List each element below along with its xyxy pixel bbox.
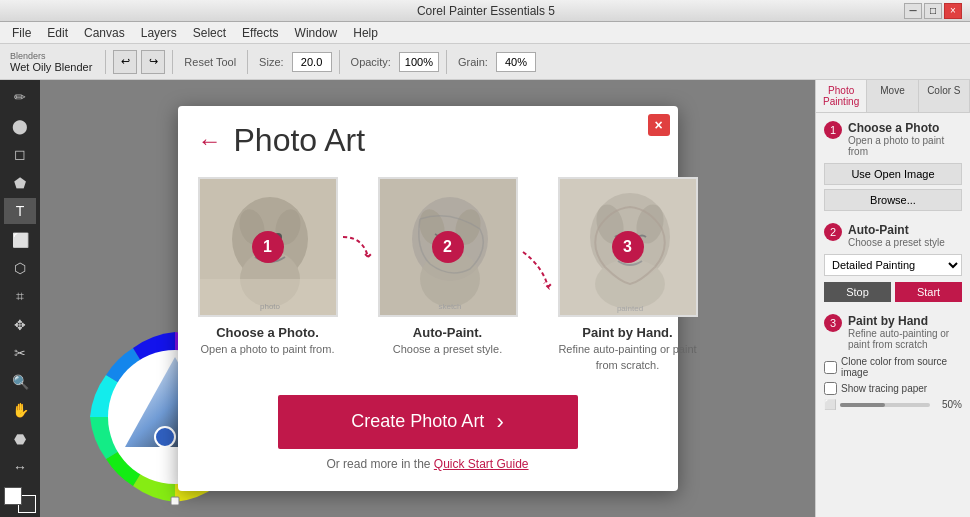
tracing-paper-checkbox[interactable] bbox=[824, 382, 837, 395]
step-2-desc: Choose a preset style. bbox=[378, 342, 518, 357]
tool-mirror[interactable]: ⬣ bbox=[4, 426, 36, 452]
toolbar-redo-button[interactable]: ↪ bbox=[141, 50, 165, 74]
tool-fill[interactable]: ⬤ bbox=[4, 112, 36, 138]
menu-effects[interactable]: Effects bbox=[234, 24, 286, 42]
panel-section-3: 3 Paint by Hand Refine auto-painting or … bbox=[824, 314, 962, 410]
menu-help[interactable]: Help bbox=[345, 24, 386, 42]
opacity-input[interactable] bbox=[399, 52, 439, 72]
panel-tabs: Photo Painting Move Color S bbox=[816, 80, 970, 113]
toolbar-separator-1 bbox=[105, 50, 106, 74]
dialog-header: ← Photo Art bbox=[178, 106, 678, 167]
main-area: ✏ ⬤ ◻ ⬟ T ⬜ ⬡ ⌗ ✥ ✂ 🔍 ✋ ⬣ ↔ bbox=[0, 80, 970, 517]
clone-color-checkbox[interactable] bbox=[824, 361, 837, 374]
section-2-title: Auto-Paint bbox=[848, 223, 945, 237]
tool-scissors[interactable]: ✂ bbox=[4, 340, 36, 366]
tool-text[interactable]: T bbox=[4, 198, 36, 224]
quick-start-link[interactable]: Quick Start Guide bbox=[434, 457, 529, 471]
create-photo-art-button[interactable]: Create Photo Art › bbox=[278, 395, 578, 449]
maximize-button[interactable]: □ bbox=[924, 3, 942, 19]
close-icon: × bbox=[654, 117, 662, 133]
step-2-image: sketch 2 bbox=[378, 177, 518, 317]
section-3-number: 3 bbox=[824, 314, 842, 332]
section-1-subtitle: Open a photo to paint from bbox=[848, 135, 962, 157]
start-button[interactable]: Start bbox=[895, 282, 962, 302]
tool-name-display: Blenders Wet Oily Blender bbox=[4, 51, 98, 73]
stop-start-row: Stop Start bbox=[824, 282, 962, 302]
toolbar-separator-5 bbox=[446, 50, 447, 74]
section-2-subtitle: Choose a preset style bbox=[848, 237, 945, 248]
tool-shape[interactable]: ⬟ bbox=[4, 169, 36, 195]
toolbar-separator-4 bbox=[339, 50, 340, 74]
tool-transform[interactable]: ↔ bbox=[4, 454, 36, 480]
panel-section-1: 1 Choose a Photo Open a photo to paint f… bbox=[824, 121, 962, 211]
tool-brush[interactable]: ✏ bbox=[4, 84, 36, 110]
menu-window[interactable]: Window bbox=[287, 24, 346, 42]
menu-layers[interactable]: Layers bbox=[133, 24, 185, 42]
opacity-slider[interactable] bbox=[840, 403, 930, 407]
step-2-title: Auto-Paint. bbox=[378, 325, 518, 340]
size-input[interactable] bbox=[292, 52, 332, 72]
step-3-title: Paint by Hand. bbox=[558, 325, 698, 340]
tool-lasso[interactable]: ⬡ bbox=[4, 255, 36, 281]
tool-crop[interactable]: ⌗ bbox=[4, 283, 36, 309]
step-3-image: painted 3 bbox=[558, 177, 698, 317]
tool-name: Wet Oily Blender bbox=[10, 61, 92, 73]
dialog-overlay: × ← Photo Art bbox=[40, 80, 815, 517]
browse-button[interactable]: Browse... bbox=[824, 189, 962, 211]
grain-input[interactable] bbox=[496, 52, 536, 72]
quick-start-prefix: Or read more in the bbox=[326, 457, 433, 471]
toolbar: Blenders Wet Oily Blender ↩ ↪ Reset Tool… bbox=[0, 44, 970, 80]
step-1-image: photo 1 bbox=[198, 177, 338, 317]
opacity-slider-value: 50% bbox=[934, 399, 962, 410]
dialog-close-button[interactable]: × bbox=[648, 114, 670, 136]
section-3-subtitle: Refine auto-painting or paint from scrat… bbox=[848, 328, 962, 350]
section-1-text: Choose a Photo Open a photo to paint fro… bbox=[848, 121, 962, 157]
step-1: photo 1 Choose a Photo. Open a photo to … bbox=[198, 177, 338, 357]
reset-tool-label: Reset Tool bbox=[180, 56, 240, 68]
preset-select[interactable]: Detailed Painting bbox=[824, 254, 962, 276]
tab-color-sets[interactable]: Color S bbox=[919, 80, 970, 112]
window-title: Corel Painter Essentials 5 bbox=[68, 4, 904, 18]
photo-art-dialog: × ← Photo Art bbox=[178, 106, 678, 491]
slider-icon: ⬜ bbox=[824, 399, 836, 410]
stop-button[interactable]: Stop bbox=[824, 282, 891, 302]
tracing-paper-row: Show tracing paper bbox=[824, 382, 962, 395]
title-bar: Corel Painter Essentials 5 ─ □ × bbox=[0, 0, 970, 22]
tool-clone[interactable]: ✥ bbox=[4, 312, 36, 338]
arrow-2 bbox=[518, 177, 558, 297]
canvas-area[interactable]: × ← Photo Art bbox=[40, 80, 815, 517]
minimize-button[interactable]: ─ bbox=[904, 3, 922, 19]
create-btn-label: Create Photo Art bbox=[351, 411, 484, 432]
opacity-slider-row: ⬜ 50% bbox=[824, 399, 962, 410]
tool-pan[interactable]: ✋ bbox=[4, 397, 36, 423]
step-1-number: 1 bbox=[252, 231, 284, 263]
tab-photo-painting[interactable]: Photo Painting bbox=[816, 80, 867, 112]
tool-zoom[interactable]: 🔍 bbox=[4, 369, 36, 395]
back-button[interactable]: ← bbox=[198, 129, 222, 153]
menu-select[interactable]: Select bbox=[185, 24, 234, 42]
close-button[interactable]: × bbox=[944, 3, 962, 19]
color-swatches[interactable] bbox=[4, 487, 36, 513]
section-1-number: 1 bbox=[824, 121, 842, 139]
menu-edit[interactable]: Edit bbox=[39, 24, 76, 42]
menu-canvas[interactable]: Canvas bbox=[76, 24, 133, 42]
step-2-info: Auto-Paint. Choose a preset style. bbox=[378, 317, 518, 357]
svg-rect-15 bbox=[200, 279, 338, 317]
tracing-paper-label: Show tracing paper bbox=[841, 383, 927, 394]
section-1-header: 1 Choose a Photo Open a photo to paint f… bbox=[824, 121, 962, 157]
section-2-number: 2 bbox=[824, 223, 842, 241]
tool-rect[interactable]: ⬜ bbox=[4, 226, 36, 252]
toolbar-separator-2 bbox=[172, 50, 173, 74]
right-panel: Photo Painting Move Color S 1 Choose a P… bbox=[815, 80, 970, 517]
section-3-text: Paint by Hand Refine auto-painting or pa… bbox=[848, 314, 962, 350]
step-1-title: Choose a Photo. bbox=[198, 325, 338, 340]
size-label: Size: bbox=[255, 56, 287, 68]
use-open-image-button[interactable]: Use Open Image bbox=[824, 163, 962, 185]
step-3-desc: Refine auto-painting or paint from scrat… bbox=[558, 342, 698, 373]
window-controls[interactable]: ─ □ × bbox=[904, 3, 962, 19]
tool-eraser[interactable]: ◻ bbox=[4, 141, 36, 167]
tab-move[interactable]: Move bbox=[867, 80, 918, 112]
grain-label: Grain: bbox=[454, 56, 492, 68]
menu-file[interactable]: File bbox=[4, 24, 39, 42]
toolbar-undo-button[interactable]: ↩ bbox=[113, 50, 137, 74]
